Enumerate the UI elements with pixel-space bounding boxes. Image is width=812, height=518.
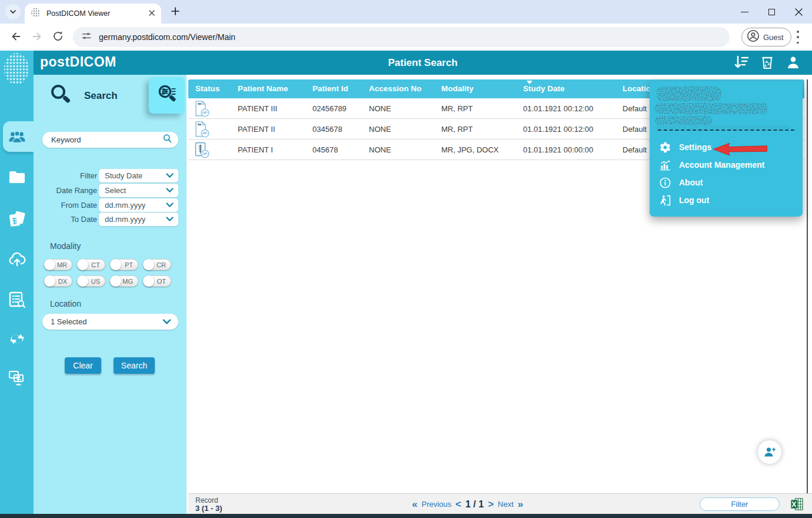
date-range-select[interactable]: Select (99, 184, 178, 197)
sync-icon[interactable] (8, 330, 26, 348)
location-label: Location (50, 299, 81, 308)
tab-advanced-search[interactable] (149, 77, 185, 114)
column-study-date[interactable]: Study Date (523, 84, 565, 93)
filter-button[interactable]: Filter (700, 497, 780, 511)
modality-toggle-us[interactable]: US (77, 275, 105, 287)
window-maximize-button[interactable] (758, 0, 785, 24)
first-page-icon[interactable]: « (412, 499, 417, 509)
filter-select[interactable]: Study Date (99, 169, 178, 182)
results-footer: Record 3 (1 - 3) « Previous < 1 / 1 > Ne… (188, 493, 812, 514)
share-screens-icon[interactable] (8, 368, 26, 387)
modality-toggle-mr[interactable]: MR (44, 259, 72, 270)
profile-name: Guest (763, 33, 784, 42)
column-modality[interactable]: Modality (441, 84, 474, 93)
column-accession-no[interactable]: Accession No (369, 84, 421, 93)
xray-check-icon[interactable] (194, 141, 210, 159)
worklist-search-icon[interactable] (8, 290, 26, 309)
browser-profile-button[interactable]: Guest (741, 28, 791, 47)
url-text[interactable]: germany.postdicom.com/Viewer/Main (99, 32, 235, 42)
app-header: postDICOM Patient Search (34, 51, 812, 75)
studies-icon[interactable] (8, 210, 26, 229)
browser-toolbar: germany.postdicom.com/Viewer/Main Guest (0, 24, 812, 51)
pagination: « Previous < 1 / 1 > Next » (412, 494, 523, 514)
cell-location: Default (623, 125, 647, 134)
column-patient-name[interactable]: Patient Name (238, 84, 288, 93)
modality-toggle-ot[interactable]: OT (143, 275, 171, 287)
tab-title: PostDICOM Viewer (46, 9, 148, 18)
cell-patient-name: PATIENT II (238, 125, 275, 134)
cell-modality: MR, RPT (441, 104, 472, 113)
cell-modality: MR, JPG, DOCX (441, 145, 499, 154)
folder-icon[interactable] (8, 168, 26, 187)
to-date-label: To Date (71, 215, 97, 224)
annotation-arrow-to-settings (712, 142, 768, 158)
logout-icon (659, 194, 671, 207)
tab-search[interactable]: Search (48, 82, 118, 110)
chevron-down-icon (166, 217, 174, 222)
next-page-button[interactable]: Next (498, 500, 514, 509)
modality-toggle-dx[interactable]: DX (44, 275, 72, 287)
previous-page-button[interactable]: Previous (421, 500, 451, 509)
user-icon[interactable] (785, 54, 801, 71)
cell-location: Default (623, 145, 647, 154)
last-page-icon[interactable]: » (518, 499, 523, 509)
previous-page-icon[interactable]: < (455, 499, 461, 509)
browser-tab[interactable]: PostDICOM Viewer (25, 4, 161, 24)
menu-item-account-management[interactable]: Account Management (659, 156, 794, 174)
window-minimize-button[interactable] (731, 0, 758, 24)
column-patient-id[interactable]: Patient Id (312, 84, 348, 93)
redacted-user-org (655, 116, 713, 125)
redacted-user-email (655, 103, 768, 114)
browser-tabstrip: PostDICOM Viewer (0, 0, 812, 24)
location-select[interactable]: 1 Selected (42, 314, 178, 330)
window-close-button[interactable] (785, 0, 812, 24)
cell-patient-id: 045678 (312, 145, 338, 154)
menu-divider (658, 130, 794, 131)
record-label: Record (195, 496, 218, 504)
tab-close-icon[interactable] (148, 8, 155, 19)
add-patient-fab[interactable] (758, 440, 781, 464)
menu-item-about[interactable]: About (659, 174, 794, 191)
search-panel: Search Filter Study Date (34, 75, 187, 514)
tab-search-chevron-icon[interactable] (5, 4, 21, 19)
next-page-icon[interactable]: > (488, 499, 494, 509)
new-tab-button[interactable] (171, 6, 181, 17)
to-date-select[interactable]: dd.mm.yyyy (99, 212, 178, 226)
reload-button[interactable] (52, 30, 66, 44)
address-bar[interactable]: germany.postdicom.com/Viewer/Main (73, 27, 730, 47)
modality-toggle-mg[interactable]: MG (110, 275, 138, 287)
back-button[interactable] (9, 30, 24, 44)
redacted-user-detail (656, 125, 790, 130)
trash-icon[interactable] (759, 54, 776, 71)
modality-toggle-pt[interactable]: PT (110, 259, 138, 270)
chevron-down-icon (166, 173, 174, 178)
from-date-select[interactable]: dd.mm.yyyy (99, 198, 178, 212)
chevron-down-icon (162, 319, 171, 325)
user-menu: Settings Account Management About Log ou… (650, 81, 803, 217)
report-check-icon[interactable] (194, 100, 210, 118)
scroll-track[interactable] (807, 79, 808, 510)
keyword-input[interactable] (50, 135, 162, 145)
search-button[interactable]: Search (114, 357, 155, 374)
forward-button[interactable] (31, 30, 45, 44)
clear-button[interactable]: Clear (65, 357, 101, 374)
menu-item-log-out[interactable]: Log out (659, 191, 794, 209)
cell-patient-name: PATIENT III (238, 104, 277, 113)
sort-order-icon[interactable] (733, 54, 750, 71)
export-excel-button[interactable] (790, 497, 804, 511)
modality-label: Modality (50, 241, 81, 251)
keyword-input-wrap (42, 132, 178, 148)
patients-icon[interactable] (8, 128, 26, 147)
modality-toggle-ct[interactable]: CT (77, 259, 105, 270)
keyword-search-icon[interactable] (162, 134, 172, 146)
modality-toggle-cr[interactable]: CR (143, 259, 171, 270)
brain-logo-icon (3, 52, 31, 88)
cell-modality: MR, RPT (441, 125, 472, 134)
cloud-upload-icon[interactable] (8, 250, 26, 268)
column-status[interactable]: Status (195, 84, 219, 93)
chevron-down-icon (166, 188, 174, 193)
report-check-icon[interactable] (194, 121, 210, 138)
browser-menu-button[interactable] (797, 31, 799, 44)
redacted-user-name (657, 87, 721, 101)
site-settings-icon[interactable] (81, 31, 92, 44)
